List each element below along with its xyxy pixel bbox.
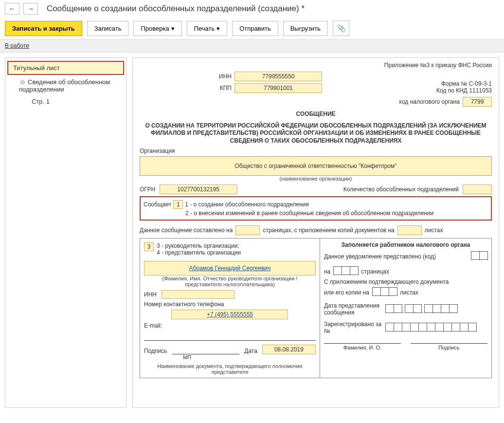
email-label: E-mail: [144, 322, 316, 329]
soobshaet-opt1: 1 - о создании обособленного подразделен… [185, 201, 309, 208]
attach-label: С приложением подтверждающего документа [324, 278, 487, 285]
nav-title-page[interactable]: Титульный лист [7, 61, 124, 75]
save-button[interactable]: Записать [87, 21, 129, 36]
kpp-field[interactable]: 779901001 [234, 83, 322, 93]
soobshaet-label: Сообщает [144, 201, 171, 208]
sheets-label2: листах [400, 289, 418, 296]
window-title: Сообщение о создании обособленных подраз… [47, 4, 305, 14]
signer-code-field[interactable]: 3 [144, 242, 154, 251]
inn-field[interactable]: 7799555550 [234, 72, 322, 81]
pages-field[interactable] [235, 225, 260, 235]
knd-code: Код по КНД 1111053 [395, 87, 492, 94]
send-button[interactable]: Отправить [232, 21, 278, 36]
signature-line [172, 347, 240, 354]
paperclip-icon: 📎 [337, 24, 345, 32]
form-no: Форма № С-09-3-1 [395, 80, 492, 87]
composed-mid: страницах, с приложением копий документо… [263, 227, 394, 234]
print-button[interactable]: Печать▾ [187, 21, 228, 36]
pages-label2: страницах [361, 268, 389, 275]
phone-field[interactable]: +7 (495) 5555555 [171, 310, 288, 319]
tax-code-label: код налогового органа [399, 98, 460, 105]
copy-boxes [372, 287, 397, 297]
date-label: Дата [244, 348, 257, 354]
doc-name-hdr: Наименование документа, подтверждающего … [144, 363, 316, 375]
save-close-button[interactable]: Записать и закрыть [5, 21, 82, 36]
signer-opt4: 4 - представитель организации [157, 249, 241, 256]
registered-label: Зарегистрировано за № [324, 321, 382, 334]
inn-label: ИНН [212, 73, 232, 80]
org-name-note: (наименование организации) [140, 176, 492, 182]
signer-name-field[interactable]: Абрамов Геннадий Сергеевич [144, 261, 316, 276]
org-label: Организация [140, 147, 492, 154]
document-content: Приложение №3 к приказу ФНС России ИНН 7… [132, 57, 499, 408]
notice-code-label: Данное уведомление представлено (код) [324, 253, 468, 260]
back-button[interactable]: ← [5, 3, 19, 15]
reg-boxes [385, 323, 476, 333]
count-field[interactable] [463, 184, 492, 194]
inn2-field[interactable] [162, 290, 234, 299]
tax-worker-hdr: Заполняется работником налогового органа [324, 241, 487, 248]
on-label: на [324, 268, 330, 275]
doc-title1: СООБЩЕНИЕ [140, 110, 492, 118]
or-copy-label: или его копии на [324, 289, 369, 296]
kpp-label: КПП [212, 85, 232, 92]
export-button[interactable]: Выгрузить [283, 21, 328, 36]
phone-label: Номер контактного телефона [144, 301, 316, 308]
pages-boxes [333, 266, 358, 276]
email-field[interactable] [144, 330, 316, 341]
soobshaet-section: Сообщает 1 1 - о создании обособленного … [140, 196, 492, 221]
sign2-label: Подпись [411, 343, 487, 350]
date-present-boxes: .. [385, 304, 457, 314]
ogrn-field[interactable]: 1027700132195 [160, 184, 237, 194]
soobshaet-opt2: 2 - о внесении изменений в ранее сообщен… [185, 210, 433, 217]
notice-code-boxes [471, 251, 487, 261]
forward-button[interactable]: → [23, 3, 38, 15]
status-link[interactable]: В работе [5, 42, 29, 49]
signer-opt3: 3 - руководитель организации; [157, 242, 241, 249]
attach-pages-field[interactable] [397, 225, 422, 235]
check-button[interactable]: Проверка▾ [133, 21, 181, 36]
attachment-button[interactable]: 📎 [333, 20, 349, 36]
signer-note: (Фамилия, Имя. Отчество руководителя орг… [144, 276, 316, 287]
nav-page-1[interactable]: Стр. 1 [5, 95, 126, 108]
doc-title2: О СОЗДАНИИ НА ТЕРРИТОРИИ РОССИЙСКОЙ ФЕДЕ… [140, 122, 492, 145]
inn2-label: ИНН [144, 291, 157, 298]
chevron-down-icon: ▾ [171, 25, 175, 32]
composed-end: листах [425, 227, 443, 234]
date-present-label: Дата представления сообщения [324, 302, 382, 316]
date-field[interactable]: 08.08.2019 [262, 345, 316, 354]
soobshaet-value-field[interactable]: 1 [173, 200, 183, 209]
app-header: Приложение №3 к приказу ФНС России [140, 62, 492, 69]
composed-pre: Данное сообщение составлено на [140, 227, 233, 234]
nav-subdiv-info[interactable]: ⊖Сведения об обособленном подразделении [5, 76, 126, 95]
chevron-down-icon: ▾ [216, 25, 220, 32]
sign-label: Подпись [144, 348, 167, 354]
count-label: Количество обособленных подразделений [343, 186, 459, 193]
ogrn-label: ОГРН [140, 186, 156, 193]
tax-code-field[interactable]: 7799 [463, 97, 492, 107]
mp-label: МП [183, 354, 316, 360]
fio-label: Фамилия, И. О. [324, 343, 401, 350]
org-name-field[interactable]: Общество с ограниченной ответственностью… [140, 156, 492, 176]
collapse-icon: ⊖ [19, 78, 26, 86]
nav-tree: Титульный лист ⊖Сведения об обособленном… [5, 57, 126, 408]
